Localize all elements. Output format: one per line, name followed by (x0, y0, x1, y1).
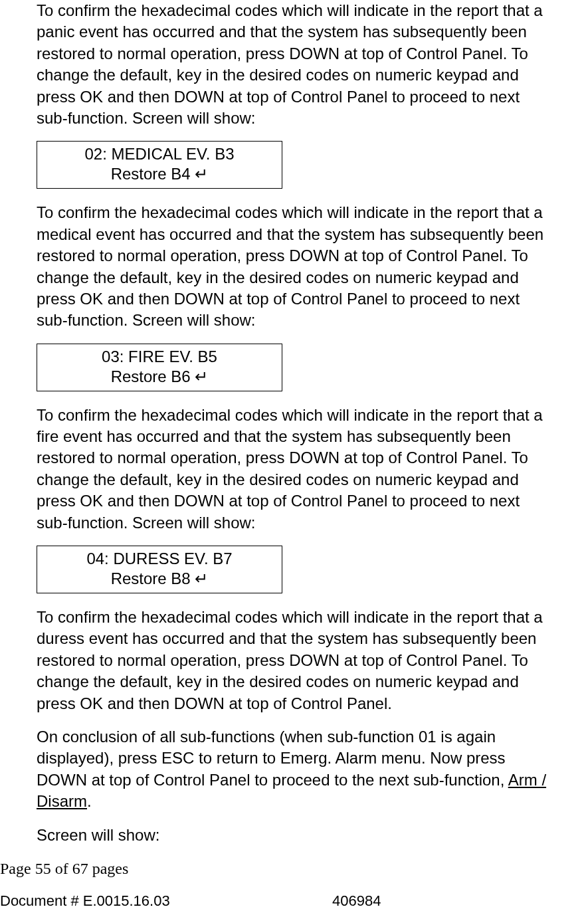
screen-line-1: 02: MEDICAL EV. B3 (37, 144, 282, 164)
paragraph-text: On conclusion of all sub-functions (when… (37, 728, 508, 789)
screen-line-1: 03: FIRE EV. B5 (37, 347, 282, 367)
lcd-screen-display: 02: MEDICAL EV. B3 Restore B4 ↵ (37, 141, 282, 189)
screen-line-2: Restore B8 ↵ (37, 569, 282, 589)
document-number: Document # E.0015.16.03 (0, 891, 332, 911)
document-footer: Document # E.0015.16.03 406984 (0, 891, 555, 911)
footer-right-number: 406984 (332, 891, 381, 911)
paragraph: To confirm the hexadecimal codes which w… (37, 202, 555, 331)
page-content: To confirm the hexadecimal codes which w… (37, 0, 555, 846)
screen-line-2: Restore B4 ↵ (37, 164, 282, 184)
paragraph-text: . (87, 792, 92, 810)
paragraph: To confirm the hexadecimal codes which w… (37, 607, 555, 714)
paragraph: To confirm the hexadecimal codes which w… (37, 405, 555, 534)
lcd-screen-display: 03: FIRE EV. B5 Restore B6 ↵ (37, 344, 282, 391)
paragraph: Screen will show: (37, 825, 555, 846)
lcd-screen-display: 04: DURESS EV. B7 Restore B8 ↵ (37, 546, 282, 593)
page-number-footer: Page 55 of 67 pages (0, 858, 555, 879)
paragraph: To confirm the hexadecimal codes which w… (37, 0, 555, 129)
screen-line-2: Restore B6 ↵ (37, 367, 282, 387)
paragraph: On conclusion of all sub-functions (when… (37, 726, 555, 813)
screen-line-1: 04: DURESS EV. B7 (37, 549, 282, 569)
